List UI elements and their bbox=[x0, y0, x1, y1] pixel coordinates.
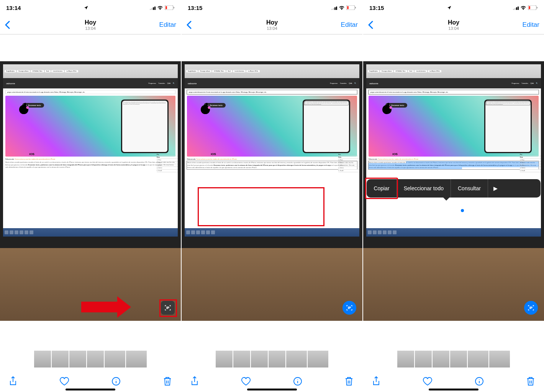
nav-title: Hoy bbox=[448, 19, 459, 26]
site-header: oadsource ProgramasTutorialesQ&A🔍 bbox=[3, 78, 178, 88]
windows-taskbar bbox=[3, 228, 178, 237]
signal-icon bbox=[331, 6, 337, 10]
text-context-menu: Copiar Seleccionar todo Consultar ▶ bbox=[367, 179, 540, 198]
wifi-icon bbox=[520, 5, 526, 10]
info-button[interactable] bbox=[293, 377, 302, 386]
svg-rect-2 bbox=[165, 6, 167, 9]
info-button[interactable] bbox=[475, 377, 484, 386]
back-button[interactable] bbox=[368, 21, 373, 29]
annotation-box-copy bbox=[365, 178, 398, 199]
article-hero-image: ⊟Escanear texto iOS para situaciones o a… bbox=[5, 96, 175, 157]
back-button[interactable] bbox=[5, 21, 10, 29]
nav-bar: Hoy13:04 Editar bbox=[363, 15, 544, 34]
nav-subtitle: 13:04 bbox=[448, 26, 459, 31]
status-time: 13:15 bbox=[369, 5, 384, 11]
status-bar: 13:15 bbox=[363, 0, 544, 15]
signal-icon bbox=[150, 6, 156, 10]
live-text-button-active[interactable] bbox=[342, 301, 356, 315]
favorite-button[interactable] bbox=[59, 377, 69, 386]
share-button[interactable] bbox=[372, 376, 380, 386]
edit-button[interactable]: Editar bbox=[341, 21, 358, 29]
nav-subtitle: 13:04 bbox=[266, 26, 278, 31]
battery-icon bbox=[346, 5, 356, 10]
status-time: 13:15 bbox=[188, 5, 202, 11]
home-indicator[interactable] bbox=[429, 389, 478, 390]
live-text-button-active[interactable] bbox=[524, 301, 538, 315]
edit-button[interactable]: Editar bbox=[523, 21, 539, 29]
edit-button[interactable]: Editar bbox=[159, 21, 176, 29]
svg-rect-10 bbox=[529, 6, 530, 9]
location-icon bbox=[84, 5, 88, 10]
svg-rect-5 bbox=[355, 7, 356, 8]
live-text-button[interactable] bbox=[161, 301, 175, 315]
detected-text-block[interactable]: Hasta ahora cuando queríamos mandar el t… bbox=[187, 161, 357, 169]
image-caption: pegar automáticamente el texto escaneado… bbox=[5, 90, 175, 94]
screenshot-panel-2: 13:15 Hoy13:04 Editar Google AnalyticsDe… bbox=[182, 0, 363, 392]
photo-viewer[interactable]: Google AnalyticsDescargar softwareLH Web… bbox=[182, 34, 362, 348]
home-indicator[interactable] bbox=[247, 389, 297, 390]
svg-rect-1 bbox=[174, 7, 174, 8]
wifi-icon bbox=[339, 5, 345, 10]
thumbnail-strip[interactable] bbox=[182, 348, 362, 371]
nav-title: Hoy bbox=[85, 19, 96, 26]
context-more-icon[interactable]: ▶ bbox=[488, 185, 503, 191]
nav-subtitle: 13:04 bbox=[85, 26, 96, 31]
status-time: 13:14 bbox=[6, 5, 21, 11]
article-paragraph: Hasta ahora cuando queríamos mandar el t… bbox=[5, 161, 175, 168]
nav-title: Hoy bbox=[266, 19, 278, 26]
context-lookup[interactable]: Consultar bbox=[451, 179, 488, 198]
favorite-button[interactable] bbox=[423, 377, 433, 386]
wifi-icon bbox=[157, 5, 163, 10]
battery-icon bbox=[528, 5, 538, 10]
delete-button[interactable] bbox=[345, 376, 353, 386]
selected-text-block[interactable]: Hasta ahora cuando queríamos mandar el t… bbox=[369, 161, 539, 169]
nav-bar: Hoy13:04 Editar bbox=[182, 15, 362, 34]
thumbnail-strip[interactable] bbox=[363, 348, 544, 371]
info-button[interactable] bbox=[111, 377, 121, 386]
nav-bar: Hoy 13:04 Editar bbox=[0, 15, 181, 34]
favorite-button[interactable] bbox=[241, 377, 251, 386]
monitor-in-photo: Google AnalyticsDescargar softwareLH Web… bbox=[363, 61, 544, 248]
delete-button[interactable] bbox=[526, 376, 535, 386]
location-icon bbox=[447, 5, 452, 10]
browser-tabs: Google AnalyticsDescargar softwareLH Web… bbox=[3, 64, 178, 78]
signal-icon bbox=[513, 6, 519, 10]
delete-button[interactable] bbox=[163, 376, 172, 386]
battery-icon bbox=[165, 5, 175, 10]
screenshot-panel-1: 13:14 Hoy 13:04 Editar Google AnalyticsD… bbox=[0, 0, 182, 392]
annotation-box-text bbox=[198, 187, 324, 226]
back-button[interactable] bbox=[186, 21, 192, 29]
status-bar: 13:15 bbox=[182, 0, 362, 15]
svg-rect-6 bbox=[347, 6, 349, 9]
home-indicator[interactable] bbox=[66, 389, 115, 390]
screenshot-panel-3: 13:15 Hoy13:04 Editar Google AnalyticsDe… bbox=[363, 0, 544, 392]
photo-viewer[interactable]: Google AnalyticsDescargar softwareLH Web… bbox=[0, 34, 181, 348]
monitor-in-photo: Google AnalyticsDescargar softwareLH Web… bbox=[0, 61, 181, 248]
thumbnail-strip[interactable] bbox=[0, 348, 181, 371]
annotation-arrow bbox=[81, 296, 131, 318]
svg-rect-9 bbox=[537, 7, 537, 8]
share-button[interactable] bbox=[9, 376, 17, 386]
context-select-all[interactable]: Seleccionar todo bbox=[397, 179, 451, 198]
photo-viewer[interactable]: Google AnalyticsDescargar softwareLH Web… bbox=[363, 34, 544, 348]
share-button[interactable] bbox=[191, 376, 198, 386]
context-copy[interactable]: Copiar bbox=[367, 179, 397, 198]
status-bar: 13:14 bbox=[0, 0, 181, 15]
